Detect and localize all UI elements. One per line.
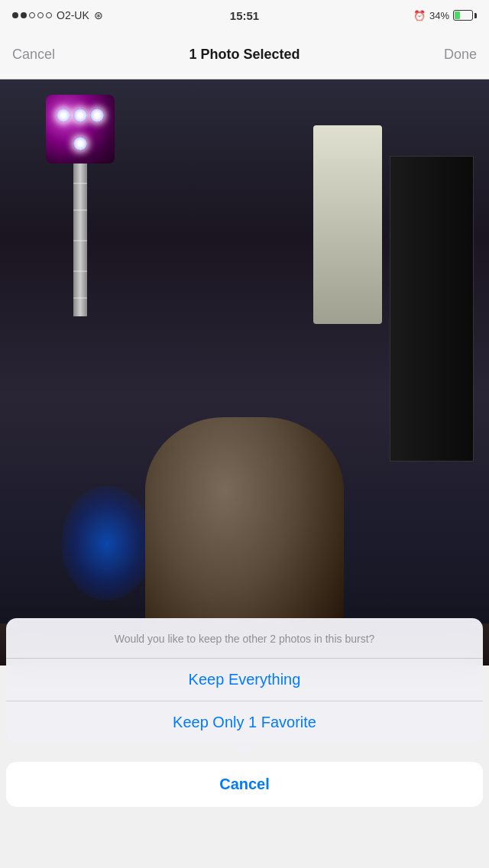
sheet-arrow — [233, 743, 256, 756]
pole-detail-4 — [73, 270, 87, 272]
pole-detail-2 — [73, 209, 87, 211]
nav-cancel-button[interactable]: Cancel — [12, 47, 55, 63]
nav-done-button[interactable]: Done — [444, 47, 477, 63]
carrier-label: O2-UK — [57, 9, 89, 21]
battery-body — [453, 10, 473, 21]
bulb-2 — [73, 108, 87, 122]
battery-percent: 34% — [429, 10, 449, 21]
pole-detail-1 — [73, 183, 87, 184]
keep-only-favorite-button[interactable]: Keep Only 1 Favorite — [6, 701, 483, 743]
signal-dots — [12, 12, 52, 18]
battery-tip — [474, 13, 477, 18]
pole-detail-3 — [73, 240, 87, 241]
keep-everything-button[interactable]: Keep Everything — [6, 659, 483, 701]
stage-light-tower — [46, 95, 115, 316]
battery-icon — [453, 10, 477, 21]
status-left: O2-UK ⊛ — [12, 9, 103, 21]
action-message-text: Would you like to keep the other 2 photo… — [115, 633, 375, 645]
status-time: 15:51 — [230, 9, 259, 22]
status-right: ⏰ 34% — [413, 10, 477, 21]
action-sheet-card: Would you like to keep the other 2 photo… — [6, 618, 483, 743]
action-message-area: Would you like to keep the other 2 photo… — [6, 618, 483, 659]
nav-title: 1 Photo Selected — [189, 47, 300, 63]
signal-dot-5 — [46, 12, 52, 18]
blue-glow — [61, 486, 153, 601]
signal-dot-1 — [12, 12, 18, 18]
alarm-icon: ⏰ — [413, 10, 426, 21]
cancel-card: Cancel — [6, 762, 483, 807]
action-sheet: Would you like to keep the other 2 photo… — [0, 618, 489, 807]
light-head — [46, 95, 115, 164]
pole-detail-5 — [73, 297, 87, 299]
signal-dot-3 — [29, 12, 35, 18]
white-box — [313, 125, 382, 324]
signal-dot-2 — [21, 12, 27, 18]
bulb-4 — [73, 137, 87, 151]
bulb-1 — [57, 108, 70, 122]
wifi-icon: ⊛ — [94, 9, 103, 21]
signal-dot-4 — [37, 12, 44, 18]
light-pole — [73, 164, 87, 316]
battery-fill — [455, 11, 460, 19]
bulb-3 — [90, 108, 104, 122]
nav-bar: Cancel 1 Photo Selected Done — [0, 31, 489, 79]
photo-area: Would you like to keep the other 2 photo… — [0, 79, 489, 868]
cancel-action-button[interactable]: Cancel — [6, 762, 483, 807]
speaker-box — [390, 156, 474, 462]
status-bar: O2-UK ⊛ 15:51 ⏰ 34% — [0, 0, 489, 31]
